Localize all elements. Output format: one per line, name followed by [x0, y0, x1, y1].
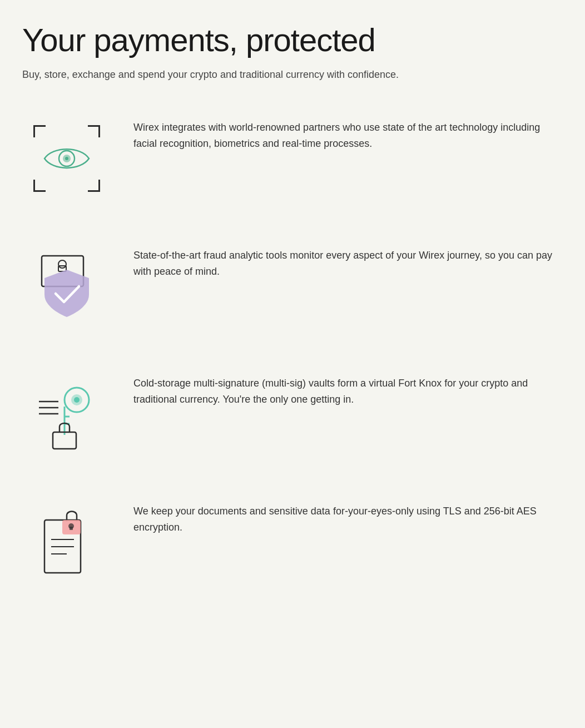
- feature-row-vault: Cold-storage multi-signature (multi-sig)…: [22, 370, 563, 459]
- biometrics-description: Wirex integrates with world-renowned par…: [133, 120, 563, 152]
- fraud-description: State-of-the-art fraud analytic tools mo…: [133, 247, 563, 280]
- feature-row-biometrics: Wirex integrates with world-renowned par…: [22, 114, 563, 203]
- scan-corner-br: [88, 180, 100, 192]
- feature-row-fraud: State-of-the-art fraud analytic tools mo…: [22, 242, 563, 331]
- page-title: Your payments, protected: [22, 22, 563, 58]
- vault-icon-container: [22, 370, 111, 459]
- vault-description: Cold-storage multi-signature (multi-sig)…: [133, 375, 563, 408]
- scan-corner-tl: [33, 125, 46, 137]
- encryption-text: We keep your documents and sensitive dat…: [133, 498, 563, 536]
- biometrics-text: Wirex integrates with world-renowned par…: [133, 114, 563, 152]
- vault-text: Cold-storage multi-signature (multi-sig)…: [133, 370, 563, 408]
- svg-rect-22: [70, 527, 73, 530]
- encryption-icon-container: [22, 498, 111, 587]
- scan-corner-bl: [33, 180, 46, 192]
- svg-point-4: [58, 260, 66, 268]
- key-icon: [33, 377, 100, 452]
- lock-doc-icon: [33, 503, 100, 581]
- page-subtitle: Buy, store, exchange and spend your cryp…: [22, 69, 563, 81]
- biometrics-icon-container: [22, 114, 111, 203]
- feature-row-encryption: We keep your documents and sensitive dat…: [22, 498, 563, 587]
- svg-point-2: [65, 157, 68, 160]
- encryption-description: We keep your documents and sensitive dat…: [133, 503, 563, 536]
- fraud-icon-container: [22, 242, 111, 331]
- svg-point-11: [74, 397, 80, 403]
- scan-corner-tr: [88, 125, 100, 137]
- shield-icon: [33, 250, 100, 323]
- fraud-text: State-of-the-art fraud analytic tools mo…: [133, 242, 563, 280]
- eye-icon: [42, 143, 92, 174]
